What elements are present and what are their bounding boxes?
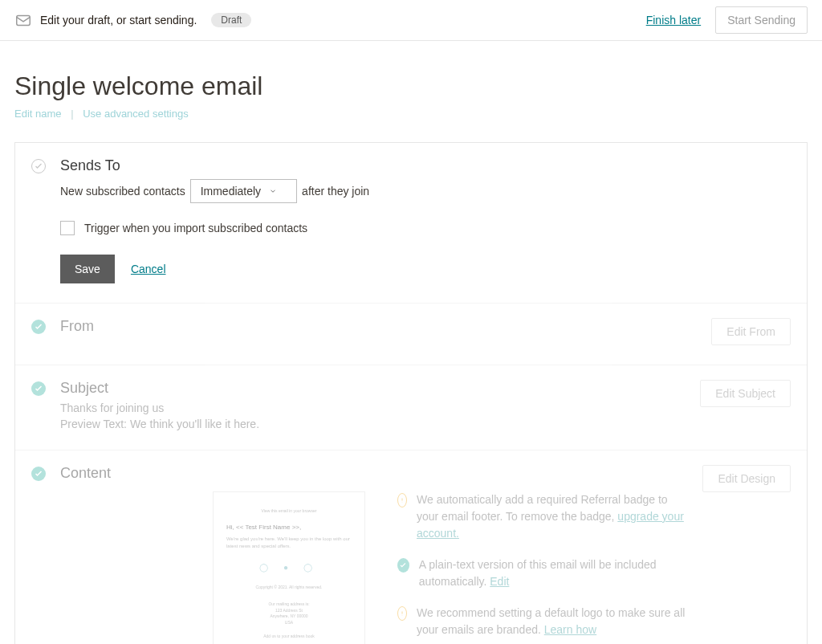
email-preview-thumb[interactable]: View this email in your browser Hi, << T… <box>213 491 365 644</box>
section-content: Content View this email in your browser … <box>15 450 807 644</box>
check-outline-icon <box>31 159 46 173</box>
thumb-intro: We're glad you're here. We'll keep you i… <box>226 536 352 550</box>
start-sending-button[interactable]: Start Sending <box>715 6 808 34</box>
chevron-down-icon <box>269 183 277 199</box>
thumb-socials: ◯ ● ◯ <box>226 561 352 573</box>
save-button[interactable]: Save <box>60 255 115 283</box>
trigger-import-label: Trigger when you import subscribed conta… <box>84 222 307 234</box>
section-from: From Edit From <box>15 303 807 365</box>
warning-icon <box>397 606 407 621</box>
delay-select[interactable]: Immediately <box>190 179 297 203</box>
content-thumb-col: View this email in your browser Hi, << T… <box>213 491 365 644</box>
warning-icon <box>397 493 407 507</box>
top-bar-right: Finish later Start Sending <box>646 6 808 34</box>
thumb-greeting: Hi, << Test First Name >>, <box>226 523 352 532</box>
page-title: Single welcome email <box>14 71 808 101</box>
status-col <box>31 318 49 345</box>
divider: | <box>71 108 73 120</box>
top-bar: Edit your draft, or start sending. Draft… <box>0 0 822 41</box>
status-col <box>31 380 49 430</box>
svg-rect-0 <box>17 16 31 26</box>
edit-name-link[interactable]: Edit name <box>14 108 62 120</box>
top-bar-title: Edit your draft, or start sending. <box>40 14 197 26</box>
page-body: Single welcome email Edit name | Use adv… <box>0 41 822 644</box>
status-badge: Draft <box>211 13 251 27</box>
svg-point-2 <box>402 615 403 616</box>
section-title: From <box>60 318 700 335</box>
cancel-link[interactable]: Cancel <box>131 263 166 275</box>
content-notes-col: We automatically add a required Referral… <box>397 491 691 644</box>
check-circle-icon <box>31 320 46 334</box>
status-col <box>31 157 49 283</box>
use-advanced-settings-link[interactable]: Use advanced settings <box>83 108 189 120</box>
delay-select-value: Immediately <box>201 183 261 199</box>
note-referral: We automatically add a required Referral… <box>397 491 691 542</box>
section-action: Edit Subject <box>700 380 791 430</box>
subject-preview: Preview Text: We think you'll like it he… <box>60 418 689 430</box>
section-title: Sends To <box>60 157 791 174</box>
check-circle-icon <box>397 558 409 573</box>
status-col <box>31 465 49 644</box>
check-circle-icon <box>31 381 46 396</box>
note-logo: We recommend setting a default logo to m… <box>397 605 691 638</box>
section-actions: Save Cancel <box>60 255 791 283</box>
section-action: Edit From <box>711 318 791 345</box>
section-title: Content <box>60 465 691 482</box>
note-plaintext: A plain-text version of this email will … <box>397 556 691 590</box>
envelope-icon <box>14 11 32 29</box>
note-text: A plain-text version of this email will … <box>419 556 692 590</box>
check-circle-icon <box>31 467 46 481</box>
section-title: Subject <box>60 380 689 397</box>
content-row: View this email in your browser Hi, << T… <box>60 491 691 644</box>
section-body: From <box>60 318 700 345</box>
trigger-import-checkbox[interactable] <box>60 221 75 235</box>
edit-from-button[interactable]: Edit From <box>711 318 791 345</box>
trigger-import-row[interactable]: Trigger when you import subscribed conta… <box>60 221 791 235</box>
email-sections-card: Sends To New subscribed contacts Immedia… <box>14 142 808 644</box>
section-body: Content View this email in your browser … <box>60 465 691 644</box>
section-sends-to: Sends To New subscribed contacts Immedia… <box>15 143 807 303</box>
finish-later-link[interactable]: Finish later <box>646 14 701 26</box>
section-subject: Subject Thanks for joining us Preview Te… <box>15 365 807 450</box>
section-action: Edit Design <box>702 465 791 644</box>
sends-to-row: New subscribed contacts Immediately afte… <box>60 179 791 203</box>
subject-line: Thanks for joining us <box>60 401 689 414</box>
sends-to-post-text: after they join <box>302 185 369 198</box>
page-sublinks: Edit name | Use advanced settings <box>14 108 808 120</box>
edit-design-button[interactable]: Edit Design <box>702 465 791 492</box>
learn-how-link[interactable]: Learn how <box>544 623 596 636</box>
note-text: We automatically add a required Referral… <box>417 491 691 542</box>
section-body: Sends To New subscribed contacts Immedia… <box>60 157 791 283</box>
note-text: We recommend setting a default logo to m… <box>417 605 691 638</box>
sends-to-pre-text: New subscribed contacts <box>60 185 185 198</box>
edit-subject-button[interactable]: Edit Subject <box>700 380 791 407</box>
top-bar-left: Edit your draft, or start sending. Draft <box>14 11 646 29</box>
section-body: Subject Thanks for joining us Preview Te… <box>60 380 689 430</box>
svg-point-1 <box>402 502 403 503</box>
edit-plaintext-link[interactable]: Edit <box>490 575 509 588</box>
